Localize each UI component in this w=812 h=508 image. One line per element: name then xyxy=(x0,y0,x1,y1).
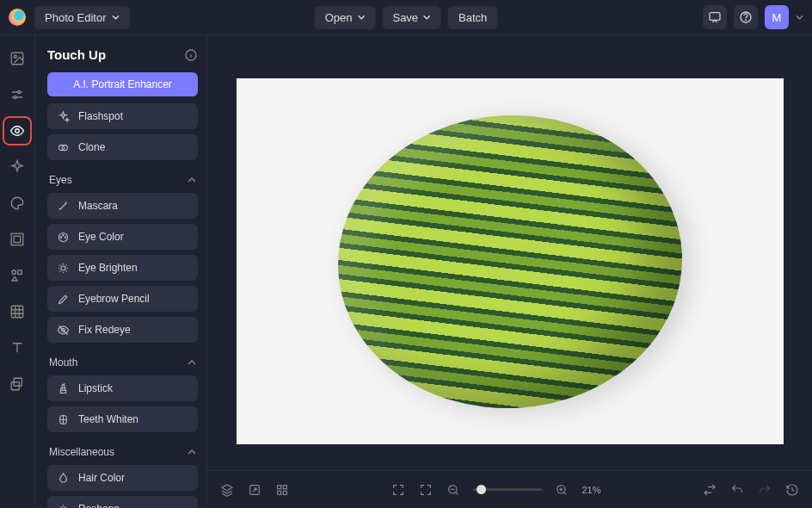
rail-sliders-icon[interactable] xyxy=(6,84,28,106)
sun-icon xyxy=(56,261,70,275)
open-dropdown[interactable]: Open xyxy=(315,6,376,29)
rail-texture-icon[interactable] xyxy=(6,300,28,323)
mode-dropdown[interactable]: Photo Editor xyxy=(34,6,130,29)
ai-portrait-enhancer-button[interactable]: A.I. Portrait Enhancer xyxy=(47,72,198,96)
svg-rect-0 xyxy=(710,13,720,21)
svg-point-6 xyxy=(14,96,16,99)
open-label: Open xyxy=(325,11,353,24)
section-title: Eyes xyxy=(49,174,72,186)
chevron-up-icon xyxy=(188,177,196,183)
palette-icon xyxy=(56,230,70,244)
tool-label: Fix Redeye xyxy=(78,324,131,336)
tool-label: Flashspot xyxy=(78,110,123,122)
svg-point-7 xyxy=(15,129,20,133)
rail-image-icon[interactable] xyxy=(6,47,28,70)
zoom-percentage: 21% xyxy=(581,485,600,495)
chevron-down-icon xyxy=(423,15,431,20)
tool-label: Hair Color xyxy=(78,472,125,484)
rail-effects-icon[interactable] xyxy=(6,156,28,178)
tool-lipstick[interactable]: Lipstick xyxy=(47,375,198,401)
svg-rect-26 xyxy=(278,485,281,488)
panel-header: Touch Up xyxy=(47,47,198,62)
tool-eye-color[interactable]: Eye Color xyxy=(47,224,198,250)
info-icon[interactable] xyxy=(184,48,198,62)
rail-text-icon[interactable] xyxy=(6,337,28,359)
rail-touchup-icon[interactable] xyxy=(6,120,28,142)
comments-button[interactable] xyxy=(703,5,727,29)
tool-label: Eye Color xyxy=(78,231,124,243)
teeth-icon xyxy=(56,412,70,426)
tool-flashspot[interactable]: Flashspot xyxy=(47,103,198,129)
tool-reshape[interactable]: Reshape xyxy=(47,496,198,508)
tool-eyebrow-pencil[interactable]: Eyebrow Pencil xyxy=(47,286,198,312)
rail-shapes-icon[interactable] xyxy=(6,264,28,287)
svg-rect-9 xyxy=(14,236,21,243)
tool-label: Mascara xyxy=(78,200,118,212)
avatar-initial: M xyxy=(772,11,782,24)
pencil-icon xyxy=(56,292,70,306)
rail-palette-icon[interactable] xyxy=(6,192,28,214)
top-center-controls: Open Save Batch xyxy=(315,6,498,29)
mode-label: Photo Editor xyxy=(45,11,107,24)
help-button[interactable] xyxy=(734,5,758,29)
eye-off-icon xyxy=(56,323,70,337)
svg-rect-27 xyxy=(283,485,286,488)
grid-icon[interactable] xyxy=(274,482,290,498)
sparkle-icon xyxy=(56,109,70,123)
fit-icon[interactable] xyxy=(418,482,434,498)
section-header-eyes[interactable]: Eyes xyxy=(47,165,198,193)
side-panel: Touch Up A.I. Portrait Enhancer Flashspo… xyxy=(35,35,207,508)
batch-label: Batch xyxy=(458,11,487,24)
canvas-viewport[interactable] xyxy=(207,35,812,470)
tool-mascara[interactable]: Mascara xyxy=(47,193,198,219)
tool-clone[interactable]: Clone xyxy=(47,134,198,160)
svg-point-10 xyxy=(12,270,16,275)
svg-point-17 xyxy=(62,145,67,150)
chevron-down-icon xyxy=(357,15,365,20)
svg-point-2 xyxy=(746,20,747,21)
section-title: Mouth xyxy=(49,356,77,369)
tool-label: Reshape xyxy=(78,503,120,508)
compare-icon[interactable] xyxy=(702,482,717,498)
svg-point-22 xyxy=(61,266,65,270)
svg-rect-11 xyxy=(18,270,22,275)
bottom-right-controls xyxy=(702,482,800,498)
section-header-mouth[interactable]: Mouth xyxy=(47,348,198,375)
watermelon-image xyxy=(330,106,689,416)
redo-icon[interactable] xyxy=(757,482,772,498)
svg-point-5 xyxy=(18,91,21,94)
user-avatar[interactable]: M xyxy=(765,5,789,29)
tool-label: Eye Brighten xyxy=(78,262,138,274)
export-icon[interactable] xyxy=(247,482,262,498)
zoom-slider-handle[interactable] xyxy=(477,485,486,494)
undo-icon[interactable] xyxy=(729,482,745,498)
rail-layers-icon[interactable] xyxy=(6,373,28,395)
top-right-controls: M xyxy=(703,5,803,29)
save-dropdown[interactable]: Save xyxy=(382,6,441,29)
fullscreen-icon[interactable] xyxy=(391,482,406,498)
canvas-image xyxy=(237,78,784,444)
wand-icon xyxy=(56,199,70,213)
svg-rect-29 xyxy=(283,491,286,494)
layers-icon[interactable] xyxy=(219,482,235,498)
section-title: Miscellaneous xyxy=(49,446,114,458)
tool-hair-color[interactable]: Hair Color xyxy=(47,465,198,491)
svg-rect-8 xyxy=(11,233,23,245)
zoom-out-icon[interactable] xyxy=(446,482,461,498)
tool-fix-redeye[interactable]: Fix Redeye xyxy=(47,317,198,343)
batch-button[interactable]: Batch xyxy=(448,6,497,29)
zoom-slider[interactable] xyxy=(473,488,542,491)
bottom-left-controls xyxy=(219,482,290,498)
tool-label: Clone xyxy=(78,141,105,153)
chevron-down-icon[interactable] xyxy=(796,15,803,20)
history-icon[interactable] xyxy=(784,482,800,498)
tool-eye-brighten[interactable]: Eye Brighten xyxy=(47,255,198,281)
rail-frame-icon[interactable] xyxy=(6,228,28,251)
rings-icon xyxy=(56,140,70,154)
zoom-in-icon[interactable] xyxy=(554,482,569,498)
section-header-miscellaneous[interactable]: Miscellaneous xyxy=(47,437,198,465)
app-logo xyxy=(9,9,26,26)
tool-teeth-whiten[interactable]: Teeth Whiten xyxy=(47,406,198,432)
tool-label: Teeth Whiten xyxy=(78,413,138,425)
svg-rect-28 xyxy=(278,491,281,494)
